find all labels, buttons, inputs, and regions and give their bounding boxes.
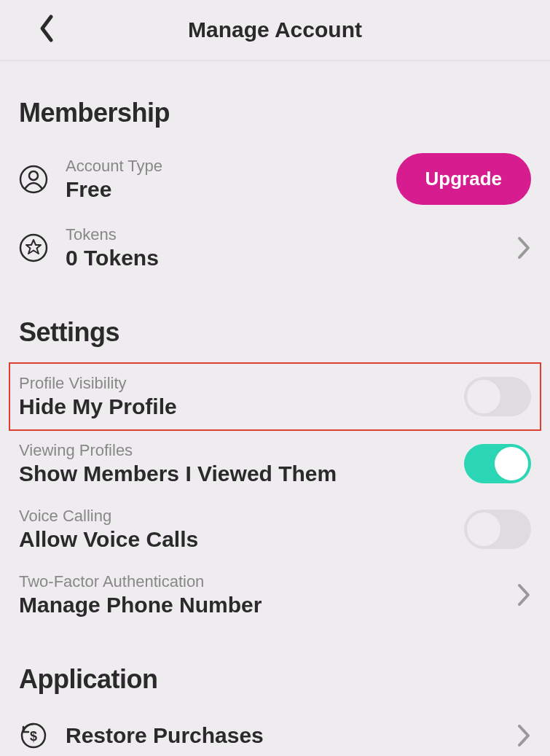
profile-visibility-value: Hide My Profile [19, 394, 464, 419]
membership-title: Membership [19, 98, 531, 128]
profile-visibility-toggle[interactable] [464, 377, 531, 416]
page-title: Manage Account [15, 17, 535, 42]
viewing-profiles-label: Viewing Profiles [19, 441, 464, 460]
chevron-right-icon [516, 723, 531, 748]
two-factor-value: Manage Phone Number [19, 593, 516, 617]
chevron-right-icon [516, 582, 531, 607]
account-type-value: Free [66, 177, 396, 202]
membership-section: Membership Account Type Free Upgrade Tok… [0, 98, 550, 281]
voice-calling-toggle[interactable] [464, 510, 531, 549]
tokens-label: Tokens [66, 225, 516, 244]
chevron-right-icon [516, 235, 531, 260]
settings-title: Settings [19, 317, 531, 348]
voice-calling-row: Voice Calling Allow Voice Calls [19, 496, 531, 562]
voice-calling-value: Allow Voice Calls [19, 527, 464, 552]
restore-purchases-row[interactable]: $ Restore Purchases [19, 709, 531, 756]
upgrade-button[interactable]: Upgrade [396, 153, 531, 205]
profile-visibility-label: Profile Visibility [19, 374, 464, 393]
viewing-profiles-row: Viewing Profiles Show Members I Viewed T… [19, 431, 531, 496]
svg-point-1 [29, 171, 38, 180]
application-section: Application $ Restore Purchases [0, 664, 550, 756]
settings-section: Settings Profile Visibility Hide My Prof… [0, 317, 550, 628]
back-button[interactable] [36, 14, 57, 46]
viewing-profiles-toggle[interactable] [464, 444, 531, 483]
viewing-profiles-value: Show Members I Viewed Them [19, 461, 464, 486]
two-factor-label: Two-Factor Authentication [19, 572, 516, 591]
tokens-row[interactable]: Tokens 0 Tokens [19, 215, 531, 281]
svg-text:$: $ [30, 729, 37, 744]
profile-visibility-row: Profile Visibility Hide My Profile [9, 362, 541, 431]
header: Manage Account [0, 0, 550, 61]
svg-point-2 [20, 235, 47, 261]
restore-purchases-value: Restore Purchases [66, 723, 516, 748]
two-factor-row[interactable]: Two-Factor Authentication Manage Phone N… [19, 562, 531, 628]
voice-calling-label: Voice Calling [19, 507, 464, 526]
account-type-row: Account Type Free Upgrade [19, 143, 531, 215]
restore-icon: $ [19, 721, 54, 750]
tokens-value: 0 Tokens [66, 246, 516, 270]
application-title: Application [19, 664, 531, 695]
star-badge-icon [19, 233, 54, 262]
chevron-left-icon [36, 14, 57, 43]
user-icon [19, 165, 54, 194]
account-type-label: Account Type [66, 157, 396, 176]
